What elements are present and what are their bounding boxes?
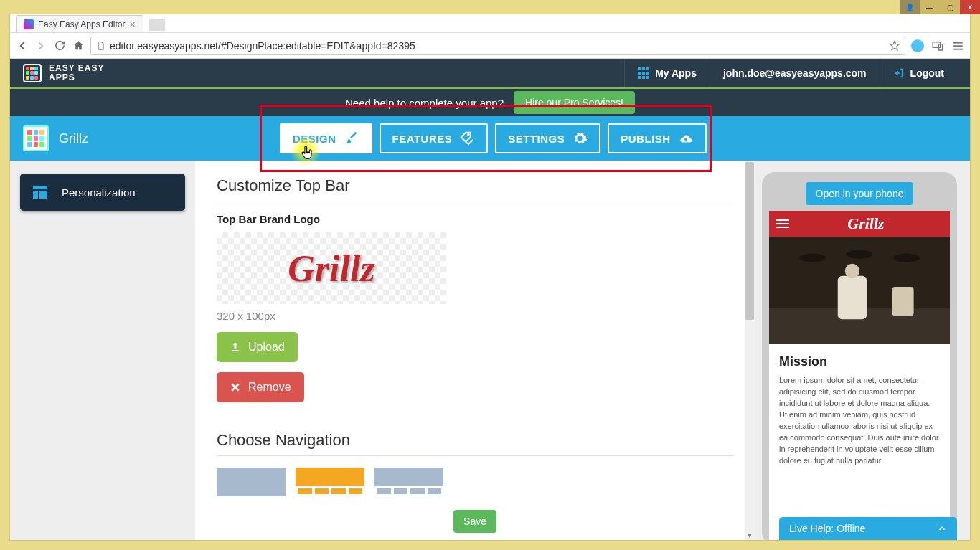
scrollbar[interactable]: ▲ ▼: [745, 161, 755, 540]
help-banner: Need help to complete your app? Hire our…: [10, 87, 970, 116]
browser-tab[interactable]: Easy Easy Apps Editor ×: [16, 15, 143, 32]
app-header: EASY EASY APPS My Apps john.doe@easyeasy…: [10, 59, 970, 87]
open-in-phone-button[interactable]: Open in your phone: [806, 182, 914, 205]
tab-publish[interactable]: PUBLISH: [608, 123, 706, 153]
nav-option-3[interactable]: [374, 468, 443, 496]
svg-rect-2: [953, 42, 963, 43]
svg-rect-15: [838, 276, 867, 319]
svg-rect-4: [953, 48, 963, 49]
user-email[interactable]: john.doe@easyeasyapps.com: [710, 59, 880, 87]
svg-point-16: [845, 264, 859, 278]
forward-icon: [34, 39, 47, 52]
window-minimize[interactable]: —: [920, 0, 940, 14]
logo-label: Top Bar Brand Logo: [217, 213, 733, 225]
personalization-button[interactable]: Personalization: [20, 174, 185, 211]
remove-button[interactable]: Remove: [217, 372, 304, 402]
hire-pro-button[interactable]: Hire our Pro Services!: [514, 91, 635, 114]
app-toolbar: Grillz DESIGN FEATURES SETTINGS PUBLISH: [10, 116, 970, 161]
svg-rect-3: [953, 45, 963, 47]
preview-mission-text: Lorem ipsum dolor sit amet, consectetur …: [779, 375, 940, 467]
menu-icon[interactable]: [951, 39, 964, 52]
preview-logo: Grillz: [789, 214, 943, 233]
upload-icon: [230, 341, 241, 353]
tab-design[interactable]: DESIGN: [280, 123, 372, 153]
url-text: editor.easyeasyapps.net/#DesignPlace:edi…: [110, 40, 415, 52]
section-choose-navigation: Choose Navigation: [217, 431, 733, 456]
svg-rect-9: [232, 350, 238, 351]
save-button[interactable]: Save: [453, 510, 496, 533]
logout-link[interactable]: Logout: [880, 59, 957, 87]
my-apps-link[interactable]: My Apps: [624, 59, 710, 87]
app-name: Grillz: [59, 131, 88, 146]
phone-frame: Open in your phone Grillz: [762, 172, 957, 540]
extension-icon[interactable]: [911, 39, 924, 52]
svg-rect-6: [33, 186, 47, 189]
app-logo[interactable]: EASY EASY APPS: [23, 64, 104, 82]
gear-icon: [572, 131, 588, 146]
preview-panel: Open in your phone Grillz: [755, 161, 970, 540]
logo-preview-text: Grillz: [288, 247, 374, 290]
logo-grid-icon: [23, 64, 42, 82]
tab-title: Easy Easy Apps Editor: [38, 19, 125, 29]
logout-icon: [893, 67, 905, 79]
browser-tab-strip: Easy Easy Apps Editor ×: [10, 14, 970, 33]
new-tab-button[interactable]: [149, 19, 165, 31]
live-help-widget[interactable]: Live Help: Offline: [779, 517, 957, 540]
close-icon: [230, 381, 241, 393]
home-icon[interactable]: [72, 39, 85, 52]
url-bar[interactable]: editor.easyeasyapps.net/#DesignPlace:edi…: [90, 37, 905, 55]
scroll-thumb[interactable]: [745, 162, 754, 320]
left-sidebar: Personalization: [10, 161, 195, 540]
tab-close-icon[interactable]: ×: [129, 19, 135, 30]
tab-favicon: [24, 19, 34, 29]
window-maximize[interactable]: ▢: [940, 0, 960, 14]
chevron-up-icon: [937, 523, 947, 534]
upload-button[interactable]: Upload: [217, 332, 298, 362]
cloud-upload-icon: [678, 131, 694, 146]
svg-point-5: [468, 134, 469, 136]
scroll-down-icon[interactable]: ▼: [746, 531, 753, 539]
apps-grid-icon: [638, 67, 649, 79]
tags-icon: [459, 131, 475, 146]
preview-mission-title: Mission: [779, 354, 940, 369]
preview-hero-image: [769, 237, 950, 344]
device-icon[interactable]: [931, 39, 944, 52]
main-panel: ▲ ▼ Customize Top Bar Top Bar Brand Logo…: [195, 161, 755, 540]
preview-topbar: Grillz: [769, 211, 950, 237]
reload-icon[interactable]: [53, 39, 66, 52]
window-user-icon[interactable]: 👤: [900, 0, 920, 14]
help-text: Need help to complete your app?: [345, 97, 504, 109]
tab-features[interactable]: FEATURES: [380, 123, 489, 153]
nav-option-1[interactable]: [217, 468, 286, 496]
svg-point-11: [799, 254, 825, 262]
tab-settings[interactable]: SETTINGS: [495, 123, 600, 153]
svg-rect-7: [33, 191, 38, 199]
brand-line2: APPS: [49, 73, 104, 82]
browser-toolbar: editor.easyeasyapps.net/#DesignPlace:edi…: [10, 33, 970, 59]
layout-icon: [32, 184, 49, 201]
svg-rect-8: [39, 191, 47, 199]
svg-rect-17: [892, 287, 913, 316]
section-customize-topbar: Customize Top Bar: [217, 176, 733, 201]
brush-icon: [344, 131, 359, 146]
svg-point-13: [893, 254, 919, 262]
page-icon: [95, 41, 105, 51]
logo-dimensions: 320 x 100px: [217, 310, 733, 322]
window-close[interactable]: ✕: [960, 0, 980, 14]
hamburger-icon[interactable]: [776, 219, 789, 228]
app-icon: [23, 125, 49, 151]
svg-point-12: [847, 250, 872, 259]
bookmark-star-icon[interactable]: [889, 40, 900, 52]
back-icon[interactable]: [16, 39, 29, 52]
logo-preview: Grillz: [217, 232, 446, 304]
nav-option-2[interactable]: [296, 468, 364, 496]
